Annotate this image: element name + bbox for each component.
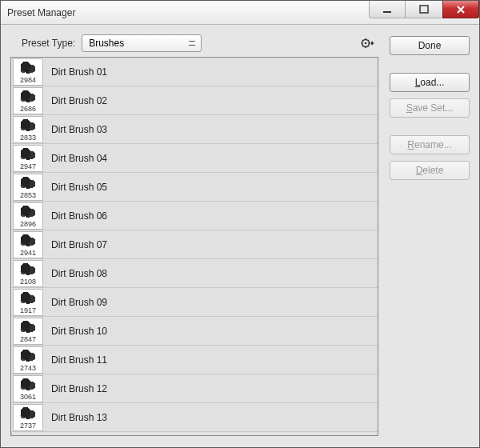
brush-thumbnail: 1917 (13, 289, 43, 316)
gear-flyout-icon (361, 38, 375, 49)
brush-size-label: 2737 (20, 422, 36, 430)
svg-rect-0 (383, 11, 391, 13)
brush-preview-icon (16, 90, 40, 104)
brush-row[interactable]: 2853Dirt Brush 05 (11, 173, 378, 202)
brush-thumbnail: 2984 (13, 58, 43, 86)
brush-preview-icon (16, 118, 40, 133)
brush-preview-icon (16, 378, 40, 392)
brush-row[interactable]: 2743Dirt Brush 11 (11, 346, 378, 374)
brush-name: Dirt Brush 13 (45, 412, 107, 423)
svg-line-10 (368, 40, 369, 41)
brush-name: Dirt Brush 07 (45, 239, 107, 250)
brush-name: Dirt Brush 05 (45, 182, 107, 193)
brush-row[interactable]: 2847Dirt Brush 10 (11, 317, 378, 346)
brush-preview-icon (16, 349, 40, 363)
brush-list-frame: 2984Dirt Brush 012686Dirt Brush 022833Di… (10, 57, 378, 436)
maximize-icon (419, 5, 429, 14)
brush-preview-icon (16, 406, 40, 421)
brush-row[interactable]: 2896Dirt Brush 06 (11, 202, 378, 230)
close-icon (456, 5, 466, 14)
flyout-menu-button[interactable] (359, 34, 377, 52)
svg-point-3 (365, 42, 367, 45)
rename-button[interactable]: Rename... (390, 135, 470, 154)
brush-thumbnail: 2896 (13, 202, 43, 230)
brush-preview-icon (16, 205, 40, 219)
load-label-rest: oad... (420, 77, 444, 88)
brush-name: Dirt Brush 04 (45, 153, 107, 164)
brush-preview-icon (16, 291, 40, 306)
brush-name: Dirt Brush 01 (45, 66, 107, 78)
minimize-button[interactable] (369, 1, 406, 18)
done-button[interactable]: Done (390, 36, 470, 55)
preset-type-dropdown[interactable]: Brushes (82, 34, 202, 52)
brush-size-label: 2947 (20, 162, 36, 171)
close-button[interactable] (442, 1, 479, 18)
brush-row[interactable]: 2737Dirt Brush 13 (11, 403, 378, 432)
brush-name: Dirt Brush 10 (45, 326, 107, 337)
preset-manager-window: Preset Manager Preset Type: Brushes (0, 0, 480, 448)
brush-row[interactable]: 3061Dirt Brush 12 (11, 374, 378, 403)
brush-thumbnail: 2686 (13, 87, 43, 114)
brush-row[interactable]: 2984Dirt Brush 01 (11, 58, 378, 86)
brush-size-label: 2686 (20, 105, 36, 114)
brush-row[interactable]: 2941Dirt Brush 07 (11, 230, 378, 259)
brush-preview-icon (16, 262, 40, 277)
preset-type-row: Preset Type: Brushes (10, 34, 378, 57)
brush-size-label: 2984 (20, 76, 36, 85)
brush-size-label: 2108 (20, 278, 36, 286)
brush-preview-icon (16, 234, 40, 248)
preset-type-label: Preset Type: (22, 38, 75, 49)
brush-row[interactable]: 1917Dirt Brush 09 (11, 288, 378, 317)
window-title: Preset Manager (7, 7, 369, 18)
svg-line-11 (362, 46, 363, 46)
brush-thumbnail: 2853 (13, 174, 43, 201)
brush-thumbnail: 2947 (13, 145, 43, 172)
client-area: Preset Type: Brushes (1, 25, 479, 447)
brush-size-label: 2833 (20, 134, 36, 142)
svg-line-9 (368, 46, 369, 46)
save-set-button[interactable]: Save Set... (390, 98, 470, 118)
brush-thumbnail: 2941 (13, 231, 43, 258)
brush-name: Dirt Brush 11 (45, 354, 107, 366)
brush-name: Dirt Brush 03 (45, 124, 107, 135)
brush-thumbnail: 2737 (13, 404, 43, 431)
preset-type-value: Brushes (89, 38, 124, 49)
brush-row[interactable]: 2833Dirt Brush 03 (11, 115, 378, 144)
brush-row[interactable]: 2108Dirt Brush 08 (11, 259, 378, 288)
brush-size-label: 2853 (20, 191, 36, 200)
brush-list[interactable]: 2984Dirt Brush 012686Dirt Brush 022833Di… (11, 58, 378, 435)
window-controls (369, 1, 479, 24)
brush-size-label: 2847 (20, 335, 36, 344)
brush-row[interactable]: 2686Dirt Brush 02 (11, 86, 378, 115)
brush-size-label: 3061 (20, 393, 36, 402)
delete-button[interactable]: Delete (390, 161, 470, 180)
brush-preview-icon (16, 61, 40, 75)
left-panel: Preset Type: Brushes (10, 34, 378, 436)
minimize-icon (382, 5, 392, 14)
brush-size-label: 2743 (20, 364, 36, 373)
brush-name: Dirt Brush 08 (45, 268, 107, 279)
brush-preview-icon (16, 147, 40, 162)
brush-size-label: 1917 (20, 306, 36, 315)
brush-thumbnail: 2743 (13, 346, 43, 374)
svg-rect-1 (420, 6, 428, 13)
brush-thumbnail: 2847 (13, 318, 43, 345)
brush-thumbnail: 3061 (13, 375, 43, 402)
brush-name: Dirt Brush 09 (45, 297, 107, 308)
titlebar[interactable]: Preset Manager (1, 1, 479, 25)
brush-row[interactable]: 2947Dirt Brush 04 (11, 144, 378, 173)
load-button[interactable]: Load... (390, 73, 470, 92)
brush-preview-icon (16, 176, 40, 190)
right-buttons: Done Load... Save Set... Rename... Delet… (390, 34, 470, 436)
brush-name: Dirt Brush 12 (45, 383, 107, 394)
brush-size-label: 2941 (20, 249, 36, 258)
brush-size-label: 2896 (20, 220, 36, 229)
brush-name: Dirt Brush 02 (45, 95, 107, 106)
brush-thumbnail: 2108 (13, 260, 43, 287)
svg-line-8 (362, 40, 363, 41)
maximize-button[interactable] (406, 1, 442, 18)
brush-preview-icon (16, 320, 40, 334)
brush-name: Dirt Brush 06 (45, 210, 107, 222)
brush-thumbnail: 2833 (13, 116, 43, 143)
